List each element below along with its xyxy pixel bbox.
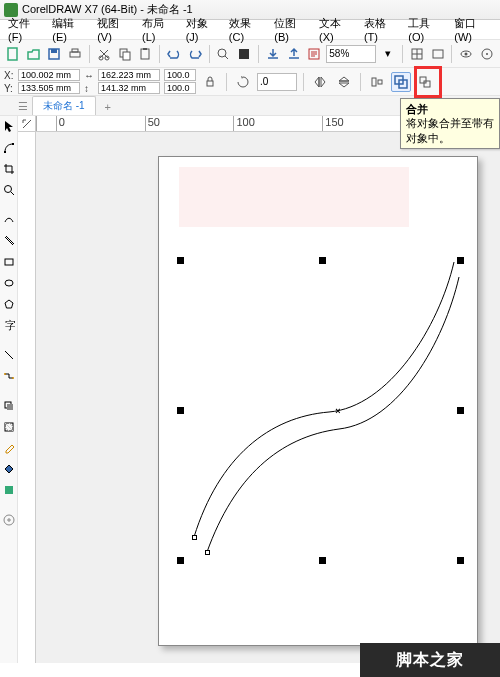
svg-rect-28 bbox=[12, 143, 14, 145]
curve-node[interactable] bbox=[192, 535, 197, 540]
width-icon: ↔ bbox=[84, 70, 96, 81]
height-input[interactable] bbox=[98, 82, 160, 94]
eyedropper-icon[interactable] bbox=[1, 439, 17, 457]
lock-ratio-icon[interactable] bbox=[200, 72, 220, 92]
fullscreen-icon[interactable] bbox=[235, 44, 253, 64]
menu-edit[interactable]: 编辑(E) bbox=[48, 14, 91, 45]
scale-y-input[interactable] bbox=[164, 82, 196, 94]
paste-icon[interactable] bbox=[136, 44, 154, 64]
selection-handle[interactable] bbox=[319, 557, 326, 564]
group-icon[interactable] bbox=[415, 72, 435, 92]
menu-layout[interactable]: 布局(L) bbox=[138, 14, 180, 45]
menu-text[interactable]: 文本(X) bbox=[315, 14, 358, 45]
shape-tool-icon[interactable] bbox=[1, 139, 17, 157]
separator bbox=[258, 45, 259, 63]
open-icon[interactable] bbox=[25, 44, 43, 64]
ruler-tick: 150 bbox=[322, 116, 411, 131]
svg-text:字: 字 bbox=[5, 319, 15, 331]
connector-tool-icon[interactable] bbox=[1, 367, 17, 385]
new-icon[interactable] bbox=[4, 44, 22, 64]
scale-group bbox=[164, 69, 196, 94]
align-icon[interactable] bbox=[367, 72, 387, 92]
crop-tool-icon[interactable] bbox=[1, 160, 17, 178]
menu-tools[interactable]: 工具(O) bbox=[404, 14, 448, 45]
document-tab[interactable]: 未命名 -1 bbox=[32, 96, 96, 115]
selection-handle[interactable] bbox=[177, 407, 184, 414]
welcome-tab-icon[interactable]: ☰ bbox=[14, 98, 32, 115]
selection-center-icon[interactable]: × bbox=[334, 407, 342, 415]
copy-icon[interactable] bbox=[116, 44, 134, 64]
freehand-tool-icon[interactable] bbox=[1, 211, 17, 229]
menu-object[interactable]: 对象(J) bbox=[182, 14, 223, 45]
ruler-tick: 100 bbox=[233, 116, 322, 131]
combine-icon[interactable] bbox=[391, 72, 411, 92]
pick-tool-icon[interactable] bbox=[1, 118, 17, 136]
ruler-vertical[interactable] bbox=[18, 132, 36, 663]
smart-fill-icon[interactable] bbox=[1, 481, 17, 499]
publish-icon[interactable] bbox=[306, 44, 324, 64]
menu-file[interactable]: 文件(F) bbox=[4, 14, 46, 45]
selection-handle[interactable] bbox=[177, 557, 184, 564]
tooltip-title: 合并 bbox=[406, 102, 494, 116]
menu-window[interactable]: 窗口(W) bbox=[450, 14, 496, 45]
selection-handle[interactable] bbox=[457, 557, 464, 564]
svg-rect-10 bbox=[143, 48, 147, 50]
polygon-tool-icon[interactable] bbox=[1, 295, 17, 313]
selection-handle[interactable] bbox=[177, 257, 184, 264]
artistic-media-icon[interactable] bbox=[1, 232, 17, 250]
import-icon[interactable] bbox=[264, 44, 282, 64]
add-tab-icon[interactable]: + bbox=[100, 99, 116, 115]
redo-icon[interactable] bbox=[186, 44, 204, 64]
eye-icon[interactable] bbox=[457, 44, 475, 64]
print-icon[interactable] bbox=[66, 44, 84, 64]
transparency-icon[interactable] bbox=[1, 418, 17, 436]
expand-toolbox-icon[interactable] bbox=[1, 511, 17, 529]
search-icon[interactable] bbox=[215, 44, 233, 64]
y-input[interactable] bbox=[18, 82, 80, 94]
zoom-tool-icon[interactable] bbox=[1, 181, 17, 199]
cut-icon[interactable] bbox=[95, 44, 113, 64]
menu-effects[interactable]: 效果(C) bbox=[225, 14, 268, 45]
standard-toolbar: ▾ bbox=[0, 40, 500, 68]
menu-view[interactable]: 视图(V) bbox=[93, 14, 136, 45]
selection-handle[interactable] bbox=[319, 257, 326, 264]
fill-tool-icon[interactable] bbox=[1, 460, 17, 478]
menu-bitmap[interactable]: 位图(B) bbox=[270, 14, 313, 45]
menu-table[interactable]: 表格(T) bbox=[360, 14, 402, 45]
x-input[interactable] bbox=[18, 69, 80, 81]
svg-rect-12 bbox=[239, 49, 249, 59]
svg-rect-4 bbox=[72, 49, 78, 52]
curve-path-2[interactable] bbox=[159, 157, 479, 647]
separator bbox=[1, 337, 17, 343]
ruler-tick: 0 bbox=[56, 116, 145, 131]
scale-x-input[interactable] bbox=[164, 69, 196, 81]
snap-icon[interactable] bbox=[408, 44, 426, 64]
parallel-dim-icon[interactable] bbox=[1, 346, 17, 364]
separator bbox=[1, 202, 17, 208]
separator bbox=[89, 45, 90, 63]
undo-icon[interactable] bbox=[165, 44, 183, 64]
curve-node[interactable] bbox=[205, 550, 210, 555]
ellipse-tool-icon[interactable] bbox=[1, 274, 17, 292]
zoom-dropdown-icon[interactable]: ▾ bbox=[379, 44, 397, 64]
export-icon[interactable] bbox=[285, 44, 303, 64]
drop-shadow-icon[interactable] bbox=[1, 397, 17, 415]
y-label: Y: bbox=[4, 83, 16, 94]
save-icon[interactable] bbox=[46, 44, 64, 64]
mirror-h-icon[interactable] bbox=[310, 72, 330, 92]
width-input[interactable] bbox=[98, 69, 160, 81]
options-icon[interactable] bbox=[429, 44, 447, 64]
zoom-input[interactable] bbox=[326, 45, 376, 63]
selection-handle[interactable] bbox=[457, 407, 464, 414]
text-tool-icon[interactable]: 字 bbox=[1, 316, 17, 334]
rotation-input[interactable] bbox=[257, 73, 297, 91]
mirror-v-icon[interactable] bbox=[334, 72, 354, 92]
canvas-area[interactable]: 0 50 100 150 200 × bbox=[18, 116, 500, 663]
snap-options-icon[interactable] bbox=[478, 44, 496, 64]
selection-handle[interactable] bbox=[457, 257, 464, 264]
rectangle-tool-icon[interactable] bbox=[1, 253, 17, 271]
svg-rect-15 bbox=[433, 50, 443, 58]
ruler-origin-icon[interactable] bbox=[18, 116, 36, 132]
separator bbox=[360, 73, 361, 91]
svg-rect-22 bbox=[378, 80, 382, 84]
